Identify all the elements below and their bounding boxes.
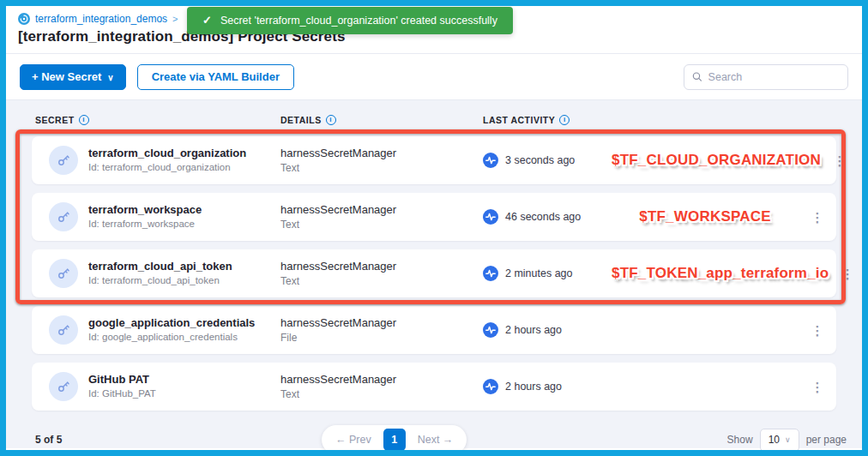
secret-type: Text — [280, 218, 483, 232]
secret-cell: google_application_credentials Id: googl… — [32, 315, 280, 345]
secret-type: Text — [280, 161, 483, 176]
last-activity-text: 2 minutes ago — [505, 267, 573, 279]
secret-key-icon — [49, 315, 78, 345]
column-label: SECRET — [35, 115, 75, 125]
secret-key-icon — [49, 146, 78, 175]
info-icon[interactable]: i — [326, 115, 336, 125]
activity-icon — [483, 209, 498, 225]
row-menu-cell: ⋮ — [829, 264, 866, 284]
secret-id: Id: google_application_credentials — [88, 331, 255, 345]
column-header-details: DETAILS i — [280, 115, 483, 125]
kebab-menu-icon[interactable]: ⋮ — [806, 377, 829, 397]
last-activity-text: 2 hours ago — [505, 324, 562, 336]
page-number-button[interactable]: 1 — [383, 429, 406, 451]
annotation-cell: $TF_CLOUD_ORGANIZATION — [612, 152, 821, 169]
table-header-row: SECRET i DETAILS i LAST ACTIVITY i — [20, 111, 848, 129]
secret-manager: harnessSecretManager — [280, 202, 483, 218]
column-label: DETAILS — [280, 115, 322, 125]
row-menu-cell: ⋮ — [799, 207, 836, 227]
activity-icon — [483, 322, 498, 338]
env-var-annotation: $TF_CLOUD_ORGANIZATION — [612, 152, 821, 168]
table-row[interactable]: terraform_cloud_api_token Id: terraform_… — [32, 249, 836, 297]
last-activity-cell: 2 minutes ago — [483, 266, 612, 281]
secret-cell: GitHub PAT Id: GitHub_PAT — [32, 372, 280, 401]
secret-type: Text — [280, 387, 483, 402]
secret-manager: harnessSecretManager — [280, 372, 483, 387]
details-cell: harnessSecretManager Text — [280, 372, 483, 402]
kebab-menu-icon[interactable]: ⋮ — [806, 207, 829, 227]
column-label: LAST ACTIVITY — [483, 115, 555, 125]
project-icon — [18, 13, 30, 25]
secret-manager: harnessSecretManager — [280, 259, 483, 274]
kebab-menu-icon[interactable]: ⋮ — [828, 151, 851, 171]
app-window: ✓ Secret 'terraform_cloud_organization' … — [0, 0, 868, 456]
secret-key-icon — [49, 259, 78, 288]
info-icon[interactable]: i — [559, 115, 570, 125]
row-menu-cell: ⋮ — [821, 151, 859, 171]
row-menu-cell: ⋮ — [799, 377, 836, 397]
secret-manager: harnessSecretManager — [280, 146, 483, 161]
breadcrumb-project-link[interactable]: terraform_integration_demos — [35, 13, 167, 25]
search-icon — [692, 71, 702, 82]
secret-cell: terraform_workspace Id: terraform_worksp… — [32, 202, 280, 231]
kebab-menu-icon[interactable]: ⋮ — [836, 264, 859, 284]
last-activity-text: 2 hours ago — [505, 381, 562, 393]
last-activity-text: 46 seconds ago — [505, 211, 581, 223]
search-box[interactable] — [684, 64, 848, 90]
chevron-down-icon: ∨ — [107, 73, 113, 82]
last-activity-cell: 2 hours ago — [483, 379, 612, 394]
last-activity-cell: 46 seconds ago — [483, 209, 612, 225]
page-size-control: Show 10 ∨ per page — [727, 429, 848, 452]
table-row[interactable]: terraform_workspace Id: terraform_worksp… — [32, 193, 836, 241]
last-activity-cell: 3 seconds ago — [483, 153, 612, 168]
secrets-table: terraform_cloud_organization Id: terrafo… — [32, 136, 836, 411]
success-toast: ✓ Secret 'terraform_cloud_organization' … — [187, 7, 513, 34]
table-row[interactable]: GitHub PAT Id: GitHub_PAT harnessSecretM… — [32, 363, 836, 411]
details-cell: harnessSecretManager File — [280, 315, 483, 345]
secret-type: Text — [280, 274, 483, 289]
secret-id: Id: terraform_cloud_api_token — [88, 274, 232, 288]
annotation-cell: $TF_WORKSPACE — [612, 208, 799, 225]
search-input[interactable] — [708, 71, 840, 83]
secret-name: GitHub PAT — [88, 372, 156, 387]
row-menu-cell: ⋮ — [799, 321, 836, 340]
info-icon[interactable]: i — [79, 115, 89, 125]
per-page-label: per page — [806, 434, 847, 446]
activity-icon — [483, 266, 498, 281]
prev-page-button[interactable]: ← Prev — [327, 434, 380, 446]
secret-id: Id: GitHub_PAT — [88, 387, 156, 401]
kebab-menu-icon[interactable]: ⋮ — [806, 321, 829, 340]
secret-name: terraform_cloud_organization — [88, 146, 246, 161]
secret-name: google_application_credentials — [88, 315, 255, 331]
checkmark-icon: ✓ — [202, 7, 212, 34]
secret-name: terraform_cloud_api_token — [88, 259, 232, 274]
secret-key-icon — [49, 372, 78, 401]
show-label: Show — [727, 434, 753, 446]
secret-type: File — [280, 331, 483, 345]
last-activity-cell: 2 hours ago — [483, 322, 612, 338]
table-footer: 5 of 5 ← Prev 1 Next → Show 10 ∨ per pag… — [20, 419, 848, 456]
details-cell: harnessSecretManager Text — [280, 146, 483, 176]
secret-id: Id: terraform_cloud_organization — [88, 161, 246, 175]
pagination: ← Prev 1 Next → — [322, 425, 467, 454]
toolbar: + New Secret ∨ Create via YAML Builder — [6, 53, 862, 100]
create-via-yaml-button[interactable]: Create via YAML Builder — [137, 64, 294, 90]
details-cell: harnessSecretManager Text — [280, 259, 483, 289]
table-row[interactable]: google_application_credentials Id: googl… — [32, 306, 836, 354]
page-size-value: 10 — [769, 434, 780, 446]
secrets-list-section: SECRET i DETAILS i LAST ACTIVITY i — [6, 100, 862, 448]
secret-cell: terraform_cloud_api_token Id: terraform_… — [32, 259, 280, 288]
env-var-annotation: $TF_TOKEN_app_terraform_io — [612, 265, 829, 281]
table-row[interactable]: terraform_cloud_organization Id: terrafo… — [32, 136, 836, 184]
secret-name: terraform_workspace — [88, 202, 202, 218]
next-page-button[interactable]: Next → — [409, 434, 462, 446]
new-secret-button[interactable]: + New Secret ∨ — [20, 64, 126, 90]
last-activity-text: 3 seconds ago — [505, 154, 575, 166]
annotation-cell: $TF_TOKEN_app_terraform_io — [612, 265, 829, 282]
page-size-select[interactable]: 10 ∨ — [760, 429, 799, 452]
env-var-annotation: $TF_WORKSPACE — [639, 208, 770, 225]
row-count: 5 of 5 — [20, 434, 62, 446]
column-header-last-activity: LAST ACTIVITY i — [483, 115, 848, 125]
activity-icon — [483, 153, 498, 168]
column-header-secret: SECRET i — [35, 115, 280, 125]
